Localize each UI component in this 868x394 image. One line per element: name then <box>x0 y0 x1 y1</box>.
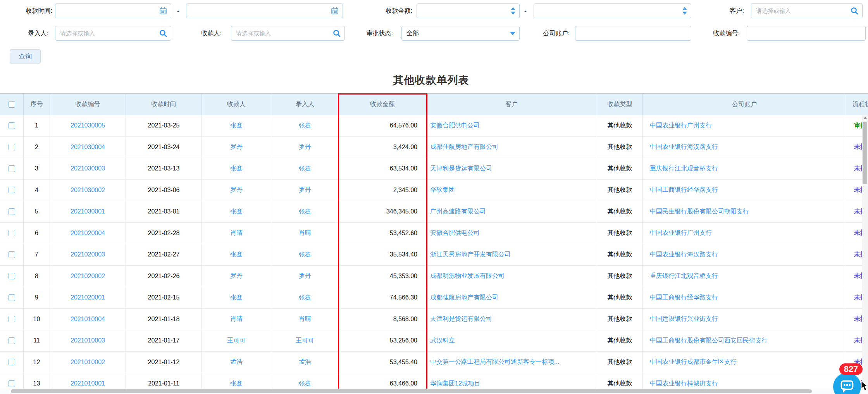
cell-company-account-link[interactable]: 中国农业银行海汉路支行 <box>643 244 846 265</box>
step-up-icon[interactable] <box>511 7 515 10</box>
calendar-icon[interactable] <box>159 7 167 15</box>
cell-receipt-number-link[interactable]: 2021020001 <box>50 287 126 308</box>
cell-receipt-number-link[interactable]: 2021020002 <box>50 266 126 287</box>
cell-entry-person-link[interactable]: 肖晴 <box>271 223 339 244</box>
cell-company-account-link[interactable]: 中国工商银行经华路支行 <box>643 287 846 308</box>
customer-input[interactable]: 请选择或输入 <box>751 3 863 18</box>
cell-company-account-link[interactable]: 中国农业银行广州支行 <box>643 115 846 136</box>
row-checkbox[interactable] <box>9 165 15 172</box>
cell-customer-link[interactable]: 成都明源物业发展有限公司 <box>426 266 597 287</box>
cell-company-account-link[interactable]: 重庆银行江北观音桥支行 <box>643 266 846 287</box>
cell-receipt-number-link[interactable]: 2021020004 <box>50 223 126 244</box>
row-checkbox[interactable] <box>9 337 15 344</box>
row-checkbox[interactable] <box>9 208 15 215</box>
cell-payee-link[interactable]: 王可可 <box>202 330 271 351</box>
step-down-icon[interactable] <box>682 12 687 15</box>
receipt-amount-min-input[interactable] <box>417 3 520 18</box>
number-stepper[interactable] <box>511 7 515 15</box>
cell-company-account-link[interactable]: 中国工商银行经华路支行 <box>643 180 846 201</box>
cell-company-account-link[interactable]: 重庆银行江北观音桥支行 <box>643 158 846 179</box>
cell-payee-link[interactable]: 肖晴 <box>202 223 271 244</box>
calendar-icon[interactable] <box>331 7 339 15</box>
number-stepper[interactable] <box>682 7 687 15</box>
cell-company-account-link[interactable]: 中国农业银行海汉路支行 <box>643 137 846 158</box>
query-button[interactable]: 查询 <box>10 49 41 64</box>
cell-receipt-number-link[interactable]: 2021030001 <box>50 201 126 222</box>
row-checkbox[interactable] <box>9 187 15 193</box>
entry-person-input[interactable]: 请选择或输入 <box>55 26 171 41</box>
row-checkbox[interactable] <box>9 251 15 258</box>
cell-company-account-link[interactable]: 中国民生银行股份有限公司朝阳支行 <box>643 201 846 222</box>
cell-payee-link[interactable]: 孟浩 <box>202 352 271 373</box>
cell-entry-person-link[interactable]: 罗丹 <box>271 180 339 201</box>
cell-customer-link[interactable]: 天津利是货运有限公司 <box>426 158 597 179</box>
receipt-amount-max-input[interactable] <box>534 3 691 18</box>
cell-payee-link[interactable]: 罗丹 <box>202 266 271 287</box>
cell-receipt-number-link[interactable]: 2021010002 <box>50 352 126 373</box>
row-checkbox[interactable] <box>9 316 15 322</box>
cell-entry-person-link[interactable]: 孟浩 <box>271 352 339 373</box>
cell-customer-link[interactable]: 天津利是货运有限公司 <box>426 309 597 330</box>
cell-entry-person-link[interactable]: 张鑫 <box>271 287 339 308</box>
cell-receipt-number-link[interactable]: 2021030005 <box>50 115 126 136</box>
cell-payee-link[interactable]: 张鑫 <box>202 201 271 222</box>
horizontal-scrollbar[interactable] <box>0 389 868 394</box>
cell-customer-link[interactable]: 安徽合肥供电公司 <box>426 115 597 136</box>
receipt-time-end-input[interactable] <box>186 3 343 18</box>
cell-payee-link[interactable]: 张鑫 <box>202 244 271 265</box>
cell-receipt-number-link[interactable]: 2021010003 <box>50 330 126 351</box>
vertical-scrollbar[interactable] <box>862 115 868 389</box>
cell-receipt-number-link[interactable]: 2021030002 <box>50 180 126 201</box>
chevron-down-icon[interactable] <box>510 32 515 35</box>
row-checkbox[interactable] <box>9 359 15 365</box>
step-up-icon[interactable] <box>682 7 687 10</box>
row-checkbox[interactable] <box>9 273 15 279</box>
select-all-checkbox[interactable] <box>9 101 15 108</box>
step-down-icon[interactable] <box>511 12 515 15</box>
cell-entry-person-link[interactable]: 张鑫 <box>271 201 339 222</box>
cell-company-account-link[interactable]: 中国建设银行兴业街支行 <box>643 309 846 330</box>
receipt-time-start-input[interactable] <box>55 3 171 18</box>
cell-payee-link[interactable]: 肖晴 <box>202 309 271 330</box>
cell-receipt-number-link[interactable]: 2021020003 <box>50 244 126 265</box>
company-account-input[interactable] <box>575 26 691 41</box>
search-icon[interactable] <box>333 29 341 37</box>
cell-receipt-number-link[interactable]: 2021030004 <box>50 137 126 158</box>
cell-entry-person-link[interactable]: 张鑫 <box>271 244 339 265</box>
cell-company-account-link[interactable]: 中国农业银行广州支行 <box>643 223 846 244</box>
cell-customer-link[interactable]: 浙江天秀房地产开发有限公司 <box>426 244 597 265</box>
cell-customer-link[interactable]: 广州高速路有限公司 <box>426 201 597 222</box>
cell-payee-link[interactable]: 张鑫 <box>202 287 271 308</box>
cell-company-account-link[interactable]: 中国农业银行成都市金牛区支行 <box>643 352 846 373</box>
cell-company-account-link[interactable]: 中国工商银行股份有限公司西安回民街支行 <box>643 330 846 351</box>
cell-customer-link[interactable]: 成都佳航房地产有限公司 <box>426 137 597 158</box>
cell-receipt-number-link[interactable]: 2021030003 <box>50 158 126 179</box>
horizontal-scrollbar-thumb[interactable] <box>11 389 812 393</box>
row-checkbox[interactable] <box>9 380 15 387</box>
approval-status-select[interactable]: 全部 <box>401 26 520 41</box>
cell-customer-link[interactable]: 中交第一公路工程局有限公司通新客专一标项... <box>426 352 597 373</box>
cell-entry-person-link[interactable]: 张鑫 <box>271 158 339 179</box>
receipt-no-input[interactable] <box>747 26 866 41</box>
cell-customer-link[interactable]: 武汉科立 <box>426 330 597 351</box>
cell-receipt-number-link[interactable]: 2021010004 <box>50 309 126 330</box>
row-checkbox[interactable] <box>9 230 15 236</box>
row-checkbox[interactable] <box>9 122 15 129</box>
scroll-up-icon[interactable] <box>863 117 867 119</box>
cell-entry-person-link[interactable]: 王可可 <box>271 330 339 351</box>
cell-payee-link[interactable]: 张鑫 <box>202 158 271 179</box>
cell-customer-link[interactable]: 华软集团 <box>426 180 597 201</box>
search-icon[interactable] <box>159 29 167 37</box>
cell-entry-person-link[interactable]: 肖晴 <box>271 309 339 330</box>
cell-entry-person-link[interactable]: 罗丹 <box>271 266 339 287</box>
cell-payee-link[interactable]: 张鑫 <box>202 115 271 136</box>
cell-entry-person-link[interactable]: 张鑫 <box>271 115 339 136</box>
row-checkbox[interactable] <box>9 144 15 150</box>
cell-customer-link[interactable]: 安徽合肥供电公司 <box>426 223 597 244</box>
search-icon[interactable] <box>851 7 858 15</box>
cell-payee-link[interactable]: 罗丹 <box>202 137 271 158</box>
row-checkbox[interactable] <box>9 294 15 301</box>
payee-input[interactable]: 请选择或输入 <box>231 26 345 41</box>
cell-customer-link[interactable]: 成都佳航房地产有限公司 <box>426 287 597 308</box>
cell-payee-link[interactable]: 罗丹 <box>202 180 271 201</box>
